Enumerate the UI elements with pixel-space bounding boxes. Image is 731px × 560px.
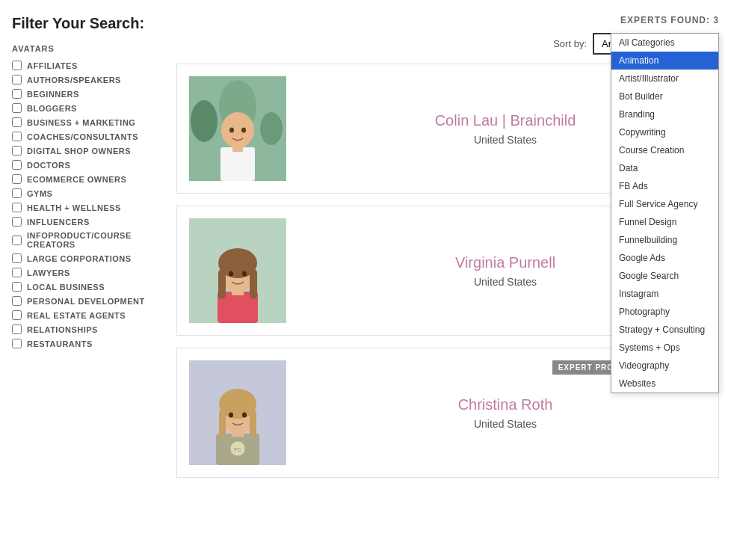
sidebar-item-local-business[interactable]: LOCAL BUSINESS xyxy=(12,282,152,292)
label-doctors: DOCTORS xyxy=(27,161,70,170)
dropdown-option-all[interactable]: All Categories xyxy=(611,34,718,52)
checkbox-affiliates[interactable] xyxy=(12,61,22,70)
dropdown-option-photography[interactable]: Photography xyxy=(611,303,718,321)
sidebar-item-relationships[interactable]: RELATIONSHIPS xyxy=(12,324,152,334)
dropdown-option-systems-ops[interactable]: Systems + Ops xyxy=(611,339,718,357)
label-influencers: INFLUENCERS xyxy=(27,218,90,227)
label-digital-shop-owners: DIGITAL SHOP OWNERS xyxy=(27,147,131,156)
sidebar-item-bloggers[interactable]: BLOGGERS xyxy=(12,103,152,113)
svg-point-6 xyxy=(221,112,254,148)
checkbox-local-business[interactable] xyxy=(12,282,22,292)
svg-text:FC: FC xyxy=(234,447,241,452)
label-ecommerce-owners: ECOMMERCE OWNERS xyxy=(27,175,126,184)
checkbox-real-estate-agents[interactable] xyxy=(12,310,22,320)
dropdown-option-branding[interactable]: Branding xyxy=(611,105,718,123)
sidebar-item-lawyers[interactable]: LAWYERS xyxy=(12,268,152,277)
label-business-marketing: BUSINESS + MARKETING xyxy=(27,118,135,127)
label-restaurants: RESTAURANTS xyxy=(27,339,93,348)
label-health-wellness: HEALTH + WELLNESS xyxy=(27,203,121,212)
sidebar-item-affiliates[interactable]: AFFILIATES xyxy=(12,61,152,70)
checkbox-coaches-consultants[interactable] xyxy=(12,132,22,141)
sidebar-item-influencers[interactable]: INFLUENCERS xyxy=(12,217,152,227)
dropdown-option-funnel-design[interactable]: Funnel Design xyxy=(611,213,718,231)
label-gyms: GYMS xyxy=(27,189,52,198)
label-beginners: BEGINNERS xyxy=(27,90,79,99)
label-authors-speakers: AUTHORS/SPEAKERS xyxy=(27,76,121,84)
checkbox-beginners[interactable] xyxy=(12,89,22,99)
sidebar-item-coaches-consultants[interactable]: COACHES/CONSULTANTS xyxy=(12,132,152,141)
experts-found-label: EXPERTS FOUND: xyxy=(620,15,710,25)
sidebar-item-business-marketing[interactable]: BUSINESS + MARKETING xyxy=(12,117,152,127)
avatars-label: AVATARS xyxy=(12,44,152,53)
label-bloggers: BLOGGERS xyxy=(27,104,77,113)
sidebar-item-beginners[interactable]: BEGINNERS xyxy=(12,89,152,99)
sidebar-item-doctors[interactable]: DOCTORS xyxy=(12,160,152,170)
dropdown-option-artist-illustrator[interactable]: Artist/Illustrator xyxy=(611,70,718,87)
dropdown-option-data[interactable]: Data xyxy=(611,159,718,177)
sidebar-item-personal-development[interactable]: PERSONAL DEVELOPMENT xyxy=(12,296,152,306)
sidebar-item-digital-shop-owners[interactable]: DIGITAL SHOP OWNERS xyxy=(12,146,152,156)
svg-rect-14 xyxy=(218,269,226,299)
filter-title: Filter Your Search: xyxy=(12,15,152,32)
dropdown-option-course-creation[interactable]: Course Creation xyxy=(611,141,718,159)
sidebar-item-gyms[interactable]: GYMS xyxy=(12,188,152,198)
label-infoproduct-course-creators: INFOPRODUCT/COURSE CREATORS xyxy=(27,231,152,249)
svg-rect-24 xyxy=(250,410,256,436)
sidebar-item-authors-speakers[interactable]: AUTHORS/SPEAKERS xyxy=(12,75,152,84)
sort-dropdown-open[interactable]: All CategoriesAnimationArtist/Illustrato… xyxy=(611,33,719,393)
checkbox-doctors[interactable] xyxy=(12,160,22,170)
dropdown-option-bot-builder[interactable]: Bot Builder xyxy=(611,87,718,105)
svg-point-8 xyxy=(241,128,246,133)
checkbox-authors-speakers[interactable] xyxy=(12,75,22,84)
svg-rect-4 xyxy=(220,147,255,181)
dropdown-option-full-service-agency[interactable]: Full Service Agency xyxy=(611,195,718,213)
label-lawyers: LAWYERS xyxy=(27,268,70,277)
checkbox-ecommerce-owners[interactable] xyxy=(12,174,22,184)
expert-info-christina-roth: Christina Roth United States xyxy=(304,396,706,430)
dropdown-option-websites[interactable]: Websites xyxy=(611,375,718,393)
experts-found-count: 3 xyxy=(713,15,719,25)
dropdown-option-fb-ads[interactable]: FB Ads xyxy=(611,177,718,195)
expert-location-christina-roth: United States xyxy=(304,418,706,430)
label-local-business: LOCAL BUSINESS xyxy=(27,283,105,292)
svg-point-16 xyxy=(229,271,233,277)
dropdown-option-funnelbuilding[interactable]: Funnelbuilding xyxy=(611,231,718,249)
checkbox-lawyers[interactable] xyxy=(12,268,22,277)
checkbox-influencers[interactable] xyxy=(12,217,22,227)
expert-name-christina-roth: Christina Roth xyxy=(304,396,706,413)
category-list: AFFILIATESAUTHORS/SPEAKERSBEGINNERSBLOGG… xyxy=(12,61,152,348)
avatar-christina-roth: FC xyxy=(189,360,286,465)
dropdown-option-instagram[interactable]: Instagram xyxy=(611,285,718,303)
svg-point-25 xyxy=(229,413,233,418)
checkbox-bloggers[interactable] xyxy=(12,103,22,113)
label-relationships: RELATIONSHIPS xyxy=(27,325,98,334)
checkbox-digital-shop-owners[interactable] xyxy=(12,146,22,156)
checkbox-large-corporations[interactable] xyxy=(12,253,22,263)
dropdown-option-strategy-consulting[interactable]: Strategy + Consulting xyxy=(611,321,718,339)
sidebar-item-ecommerce-owners[interactable]: ECOMMERCE OWNERS xyxy=(12,174,152,184)
checkbox-infoproduct-course-creators[interactable] xyxy=(12,236,22,245)
dropdown-option-videography[interactable]: Videography xyxy=(611,357,718,375)
checkbox-health-wellness[interactable] xyxy=(12,203,22,212)
avatar-colin-lau xyxy=(189,76,286,181)
dropdown-option-google-ads[interactable]: Google Ads xyxy=(611,249,718,267)
sidebar-item-large-corporations[interactable]: LARGE CORPORATIONS xyxy=(12,253,152,263)
sidebar-item-real-estate-agents[interactable]: REAL ESTATE AGENTS xyxy=(12,310,152,320)
label-coaches-consultants: COACHES/CONSULTANTS xyxy=(27,132,138,141)
svg-point-26 xyxy=(242,413,247,418)
dropdown-option-copywriting[interactable]: Copywriting xyxy=(611,123,718,141)
checkbox-business-marketing[interactable] xyxy=(12,117,22,127)
checkbox-restaurants[interactable] xyxy=(12,339,22,348)
dropdown-option-animation[interactable]: Animation xyxy=(611,52,718,70)
main-content: EXPERTS FOUND: 3 Sort by: All Categories… xyxy=(164,15,731,560)
svg-point-1 xyxy=(191,100,218,142)
sidebar-item-health-wellness[interactable]: HEALTH + WELLNESS xyxy=(12,203,152,212)
checkbox-personal-development[interactable] xyxy=(12,296,22,306)
label-real-estate-agents: REAL ESTATE AGENTS xyxy=(27,311,126,320)
dropdown-option-google-search[interactable]: Google Search xyxy=(611,267,718,285)
sidebar-item-infoproduct-course-creators[interactable]: INFOPRODUCT/COURSE CREATORS xyxy=(12,231,152,249)
sidebar-item-restaurants[interactable]: RESTAURANTS xyxy=(12,339,152,348)
svg-point-2 xyxy=(260,112,283,145)
checkbox-gyms[interactable] xyxy=(12,188,22,198)
checkbox-relationships[interactable] xyxy=(12,324,22,334)
